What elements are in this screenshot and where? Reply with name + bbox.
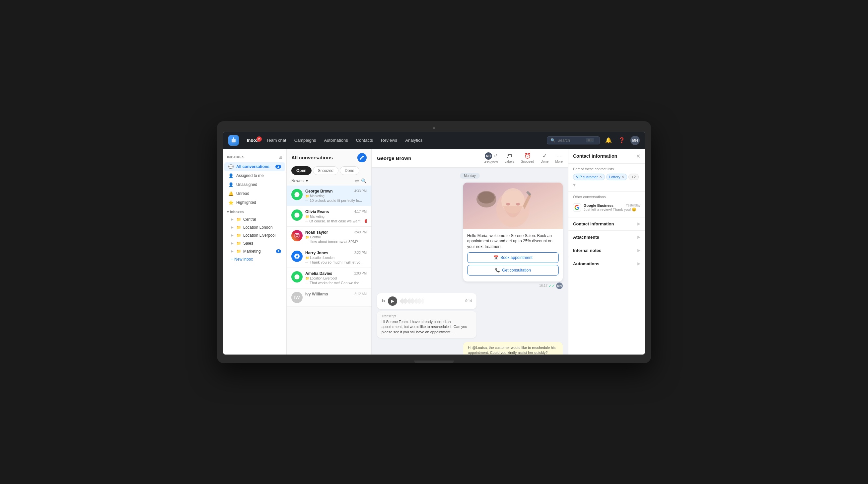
help-button[interactable]: ❓ bbox=[617, 136, 626, 145]
snoozed-icon: ⏰ bbox=[524, 153, 531, 159]
user-avatar-button[interactable]: MH bbox=[630, 136, 640, 145]
snoozed-action[interactable]: ⏰ Snoozed bbox=[521, 153, 534, 163]
conv-item-harry-jones[interactable]: Harry Jones 2:22 PM 📁 Location London ··… bbox=[287, 247, 371, 268]
conv-body: Olivia Evans 4:17 PM 📁 Marketing ··· Of … bbox=[305, 209, 367, 223]
chat-actions: MH +2 Assigned 🏷 Labels ⏰ Snoozed bbox=[484, 152, 563, 164]
inbox-folder-icon: 📁 bbox=[236, 241, 241, 246]
assigned-label: Assigned bbox=[484, 160, 498, 164]
sidebar-item-assigned-to-me[interactable]: 👤 Assigned to me bbox=[224, 171, 285, 180]
conv-avatar bbox=[291, 271, 303, 282]
inbox-central-label: Central bbox=[243, 217, 256, 222]
right-panel: Contact information ✕ Part of these cont… bbox=[568, 149, 645, 355]
sidebar-inbox-london[interactable]: ▶ 📁 Location London bbox=[224, 223, 285, 231]
tab-open[interactable]: Open bbox=[291, 166, 312, 175]
conv-name: Olivia Evans bbox=[305, 209, 329, 214]
tag-vip-remove[interactable]: ✕ bbox=[599, 175, 602, 179]
nav-campaigns[interactable]: Campaigns bbox=[290, 136, 320, 145]
sidebar-item-label: All conversations bbox=[236, 164, 273, 169]
svg-point-9 bbox=[516, 203, 520, 206]
labels-action[interactable]: 🏷 Labels bbox=[504, 153, 514, 163]
search-conv-icon[interactable]: 🔍 bbox=[361, 178, 367, 184]
right-section-internal-notes[interactable]: Internal notes ▶ bbox=[568, 244, 645, 257]
sidebar-unread-label: Unread bbox=[236, 191, 281, 196]
sidebar-inboxes-section: ▾ Inboxes bbox=[223, 207, 286, 215]
labels-label: Labels bbox=[504, 160, 514, 163]
nav-analytics[interactable]: Analytics bbox=[401, 136, 426, 145]
inbox-marketing-label: Marketing bbox=[243, 249, 261, 253]
conv-avatar: IW bbox=[291, 292, 303, 303]
conv-body: Ivy Williams 8:12 AM bbox=[305, 292, 367, 303]
sort-icon[interactable]: ⇄ bbox=[355, 178, 359, 184]
conversation-list: All conversations Open Snoozed Done Newe… bbox=[287, 149, 372, 355]
other-conv-name: Google Business bbox=[584, 204, 614, 208]
conv-filter-newest[interactable]: Newest ▾ bbox=[291, 179, 308, 183]
audio-play-button[interactable]: ▶ bbox=[388, 297, 397, 306]
right-panel-title: Contact information bbox=[573, 153, 617, 159]
msg-card-body: Hello Maria, welcome to Serene Salon. Bo… bbox=[463, 229, 563, 281]
conv-item-amelia-davies[interactable]: Amelia Davies 2:03 PM 📁 Location Liverpo… bbox=[287, 268, 371, 289]
conv-filter-row: Newest ▾ ⇄ 🔍 bbox=[287, 176, 371, 186]
conv-inbox: 📁 Marketing bbox=[305, 215, 367, 218]
get-consultation-button[interactable]: 📞 Get consultation bbox=[467, 265, 559, 275]
conv-avatar bbox=[291, 189, 303, 200]
sidebar-inbox-central[interactable]: ▶ 📁 Central bbox=[224, 215, 285, 223]
sidebar-inbox-sales[interactable]: ▶ 📁 Sales bbox=[224, 239, 285, 247]
conv-preview-text: Of course. In that case we want... bbox=[309, 219, 363, 223]
tab-done[interactable]: Done bbox=[340, 166, 359, 175]
nav-automations[interactable]: Automations bbox=[320, 136, 352, 145]
search-input[interactable] bbox=[557, 138, 584, 143]
chat-main: George Brown MH +2 Assigned 🏷 Labels bbox=[372, 149, 568, 355]
conv-item-noah-taylor[interactable]: Noah Taylor 3:49 PM 📁 Central ··· How ab… bbox=[287, 227, 371, 247]
nav-team-chat[interactable]: Team chat bbox=[262, 136, 290, 145]
conv-body: Harry Jones 2:22 PM 📁 Location London ··… bbox=[305, 251, 367, 264]
more-action[interactable]: ··· More bbox=[555, 153, 563, 163]
tag-lottery-remove[interactable]: ✕ bbox=[621, 175, 624, 179]
sidebar-title: Inboxes bbox=[227, 155, 245, 159]
inbox-arrow-icon: ▶ bbox=[231, 225, 234, 229]
inboxes-toggle-icon[interactable]: ▾ bbox=[227, 210, 230, 214]
tab-snoozed[interactable]: Snoozed bbox=[313, 166, 338, 175]
transcript-text: Hi Serene Team. I have already booked an… bbox=[381, 319, 472, 335]
other-conv-google[interactable]: Google Business Yesterday Just left a re… bbox=[573, 202, 640, 214]
sidebar-item-all-conversations[interactable]: 💬 All conversations 2 bbox=[224, 162, 285, 171]
right-panel-close-button[interactable]: ✕ bbox=[636, 153, 640, 159]
conv-item-olivia-evans[interactable]: Olivia Evans 4:17 PM 📁 Marketing ··· Of … bbox=[287, 206, 371, 227]
sidebar-item-unassigned[interactable]: 👤 Unassigned bbox=[224, 180, 285, 189]
sidebar-inbox-liverpool[interactable]: ▶ 📁 Location Liverpool bbox=[224, 231, 285, 239]
notifications-button[interactable]: 🔔 bbox=[604, 136, 613, 145]
message-card: Hello Maria, welcome to Serene Salon. Bo… bbox=[463, 183, 563, 289]
audio-waveform bbox=[400, 298, 463, 304]
all-conversations-badge: 2 bbox=[275, 165, 281, 169]
assigned-action[interactable]: MH +2 Assigned bbox=[484, 152, 498, 164]
contact-lists-section: Part of these contact lists VIP customer… bbox=[568, 164, 645, 191]
right-section-automations[interactable]: Automations ▶ bbox=[568, 257, 645, 270]
nav-inbox[interactable]: Inbox 2 bbox=[243, 136, 262, 145]
conv-filter-icons: ⇄ 🔍 bbox=[355, 178, 367, 184]
new-inbox-button[interactable]: + New inbox bbox=[224, 255, 285, 263]
search-bar[interactable]: 🔍 ⌘K bbox=[547, 137, 600, 144]
done-label: Done bbox=[540, 160, 549, 163]
book-appointment-button[interactable]: 📅 Book appointment bbox=[467, 252, 559, 263]
done-action[interactable]: ✓ Done bbox=[540, 153, 549, 163]
tag-add-button[interactable]: ▾ bbox=[573, 182, 576, 188]
sidebar-edit-icon[interactable]: ⊞ bbox=[278, 154, 282, 160]
sidebar-item-unread[interactable]: 🔔 Unread bbox=[224, 189, 285, 198]
conv-list-title: All conversations bbox=[291, 155, 333, 160]
unassigned-icon: 👤 bbox=[228, 182, 234, 187]
sidebar-inbox-marketing[interactable]: ▶ 📁 Marketing 2 bbox=[224, 247, 285, 255]
nav-reviews[interactable]: Reviews bbox=[377, 136, 401, 145]
nav-contacts[interactable]: Contacts bbox=[352, 136, 377, 145]
laptop-frame: Inbox 2 Team chat Campaigns Automations … bbox=[217, 121, 651, 363]
conv-avatar bbox=[291, 251, 303, 262]
right-section-contact-info[interactable]: Contact information ▶ bbox=[568, 217, 645, 231]
sidebar-item-highlighted[interactable]: ⭐ Highlighted bbox=[224, 198, 285, 207]
conv-item-ivy-williams[interactable]: IW Ivy Williams 8:12 AM bbox=[287, 289, 371, 307]
internal-notes-arrow: ▶ bbox=[638, 248, 640, 253]
new-conversation-button[interactable] bbox=[358, 153, 367, 162]
camera-dot bbox=[433, 127, 435, 129]
right-section-attachments[interactable]: Attachments ▶ bbox=[568, 231, 645, 244]
screen: Inbox 2 Team chat Campaigns Automations … bbox=[223, 132, 645, 355]
tag-more[interactable]: +2 bbox=[628, 174, 639, 180]
msg-card-text: Hello Maria, welcome to Serene Salon. Bo… bbox=[467, 233, 559, 250]
conv-item-george-brown[interactable]: George Brown 4:33 PM 📁 Marketing ··· 10 … bbox=[287, 186, 371, 206]
